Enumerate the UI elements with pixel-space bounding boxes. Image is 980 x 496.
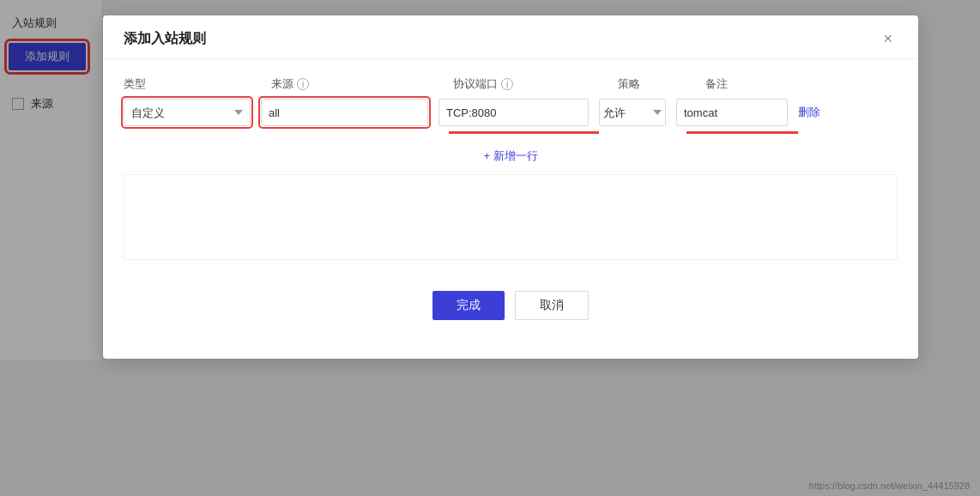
policy-select[interactable]: 允许 拒绝: [599, 99, 666, 126]
modal-dialog: 添加入站规则 × 类型 来源 i 协议端口 i 策略 备注: [103, 15, 918, 359]
col-policy-label: 策略: [618, 76, 640, 92]
modal-title: 添加入站规则: [124, 30, 206, 48]
protocol-info-icon[interactable]: i: [501, 78, 513, 90]
col-header-type: 类型: [124, 76, 261, 92]
complete-button[interactable]: 完成: [433, 291, 505, 320]
source-input[interactable]: [261, 99, 428, 126]
empty-area: [124, 174, 898, 260]
protocol-input[interactable]: [439, 99, 589, 126]
col-source-label: 来源: [271, 76, 293, 92]
add-row-link[interactable]: + 新增一行: [124, 148, 898, 164]
delete-link[interactable]: 删除: [798, 105, 820, 120]
url-bar: https://blog.csdn.net/weixin_44415928: [809, 481, 970, 491]
col-header-source: 来源 i: [271, 76, 443, 92]
modal-body: 类型 来源 i 协议端口 i 策略 备注 自定义 HTTP HTTPS: [103, 59, 918, 277]
modal-close-button[interactable]: ×: [878, 29, 898, 48]
col-type-label: 类型: [124, 76, 146, 92]
col-header-policy: 策略: [618, 76, 695, 92]
col-note-label: 备注: [705, 76, 728, 92]
validation-underlines: [124, 130, 898, 135]
form-column-headers: 类型 来源 i 协议端口 i 策略 备注: [124, 76, 898, 92]
col-header-protocol: 协议端口 i: [453, 76, 608, 92]
protocol-error-underline: [449, 131, 599, 134]
cancel-button[interactable]: 取消: [515, 291, 589, 320]
col-header-note: 备注: [705, 76, 898, 92]
modal-footer: 完成 取消: [103, 277, 918, 337]
form-row-1: 自定义 HTTP HTTPS SSH 全部流量 允许 拒绝 删除: [124, 99, 898, 126]
source-info-icon[interactable]: i: [297, 78, 309, 90]
note-input[interactable]: [676, 99, 788, 126]
note-error-underline: [687, 131, 798, 134]
modal-header: 添加入站规则 ×: [103, 15, 918, 59]
col-protocol-label: 协议端口: [453, 76, 498, 92]
type-select[interactable]: 自定义 HTTP HTTPS SSH 全部流量: [124, 99, 251, 126]
